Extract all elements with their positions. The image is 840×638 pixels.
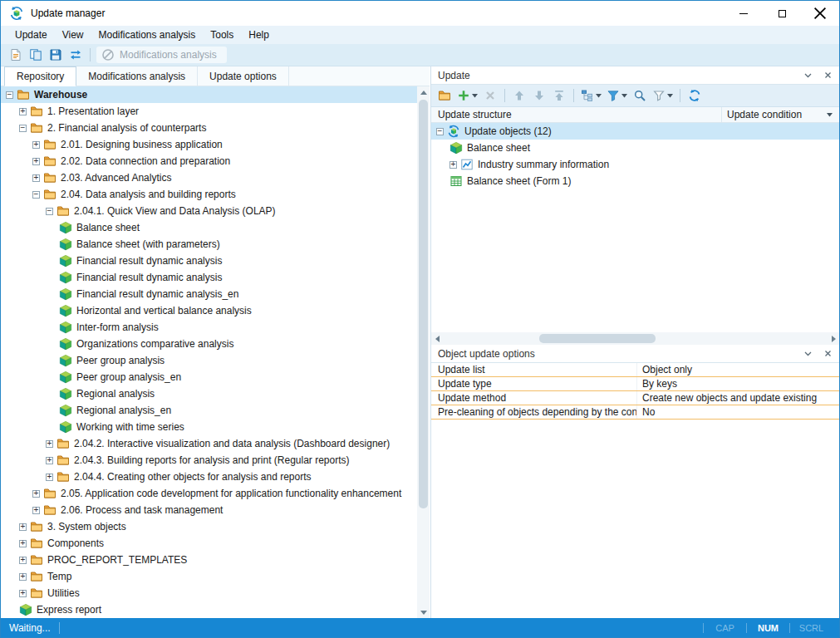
panel-close-icon[interactable]: [823, 71, 833, 81]
condition-dropdown-caret-icon[interactable]: [824, 110, 834, 120]
tree-item[interactable]: Financial result dynamic analysis: [1, 269, 417, 286]
tree-item[interactable]: Peer group analysis: [1, 352, 417, 369]
scroll-right-icon[interactable]: [828, 332, 839, 345]
delete-button[interactable]: [480, 86, 500, 105]
expand-expander-icon[interactable]: +: [19, 573, 27, 581]
expand-expander-icon[interactable]: +: [19, 108, 27, 115]
expand-expander-icon[interactable]: +: [46, 440, 53, 448]
scrollbar-thumb[interactable]: [419, 100, 428, 508]
maximize-button[interactable]: [763, 1, 801, 26]
collapse-expander-icon[interactable]: −: [6, 91, 13, 99]
tree-item[interactable]: Regional analysis: [1, 385, 417, 402]
tree-item[interactable]: +2.01. Designing business application: [1, 136, 417, 153]
tree-item[interactable]: +Temp: [1, 568, 417, 585]
folder-button[interactable]: [435, 86, 454, 105]
property-value[interactable]: No: [637, 406, 839, 418]
expand-expander-icon[interactable]: +: [32, 158, 40, 165]
scroll-down-icon[interactable]: [417, 606, 430, 618]
tree-item[interactable]: Balance sheet: [431, 140, 839, 156]
update-condition-column[interactable]: Update condition: [721, 107, 839, 122]
filter-button[interactable]: [650, 86, 675, 105]
tree-item[interactable]: Organizations comparative analysis: [1, 336, 417, 352]
chevron-down-icon[interactable]: [803, 349, 813, 359]
move-down-button[interactable]: [529, 86, 549, 105]
collapse-expander-icon[interactable]: −: [436, 128, 444, 135]
menu-item-view[interactable]: View: [55, 27, 91, 43]
tree-item[interactable]: +2.06. Process and task management: [1, 502, 417, 518]
vertical-scrollbar[interactable]: [417, 86, 430, 618]
tree-item[interactable]: +2.04.3. Building reports for analysis a…: [1, 452, 417, 469]
tab-update-options[interactable]: Update options: [198, 66, 289, 86]
collapse-expander-icon[interactable]: −: [46, 208, 53, 215]
filter-filled-button[interactable]: [604, 86, 630, 105]
tree-item[interactable]: +2.04.2. Interactive visualization and d…: [1, 435, 417, 452]
tab-modifications-analysis[interactable]: Modifications analysis: [76, 66, 198, 86]
sync-button[interactable]: [66, 46, 86, 64]
tree-item[interactable]: −Warehouse: [1, 86, 417, 103]
tree-item[interactable]: Balance sheet: [1, 219, 417, 236]
menu-item-modifications-analysis[interactable]: Modifications analysis: [91, 27, 204, 43]
property-value[interactable]: By keys: [637, 378, 839, 390]
expand-expander-icon[interactable]: +: [32, 507, 40, 514]
property-value[interactable]: Object only: [637, 364, 839, 375]
tree-item[interactable]: +2.03. Advanced Analytics: [1, 169, 417, 186]
tree-item[interactable]: Balance sheet (with parameters): [1, 236, 417, 253]
tree-item[interactable]: +Industry summary information: [431, 156, 839, 173]
collapse-expander-icon[interactable]: −: [19, 125, 27, 132]
tree-item[interactable]: Balance sheet (Form 1): [431, 173, 839, 189]
expand-expander-icon[interactable]: +: [19, 557, 27, 564]
save-button[interactable]: [46, 46, 66, 64]
scroll-left-icon[interactable]: [431, 332, 443, 345]
expand-expander-icon[interactable]: +: [19, 540, 27, 547]
tree-item[interactable]: +Utilities: [1, 585, 417, 601]
tree-item[interactable]: Horizontal and vertical balance analysis: [1, 302, 417, 319]
tree-item[interactable]: +PROC_REPORT_TEMPLATES: [1, 552, 417, 568]
expand-expander-icon[interactable]: +: [19, 523, 27, 531]
scrollbar-thumb[interactable]: [539, 334, 656, 343]
tree-item[interactable]: +2.04.4. Creating other objects for anal…: [1, 469, 417, 485]
menu-item-update[interactable]: Update: [7, 27, 55, 43]
horizontal-scrollbar[interactable]: [431, 332, 839, 345]
tree-item[interactable]: −2.04. Data analysis and building report…: [1, 186, 417, 203]
expand-expander-icon[interactable]: +: [32, 174, 40, 182]
tree-item[interactable]: Inter-form analysis: [1, 319, 417, 336]
tree-item[interactable]: +2.05. Application code development for …: [1, 485, 417, 502]
tree-item[interactable]: Financial result dynamic analysis_en: [1, 286, 417, 302]
tab-repository[interactable]: Repository: [4, 66, 76, 86]
tree-item[interactable]: +1. Presentation layer: [1, 103, 417, 120]
menu-item-tools[interactable]: Tools: [203, 27, 241, 43]
tree-item[interactable]: Financial result dynamic analysis: [1, 253, 417, 269]
close-button[interactable]: [801, 1, 839, 26]
tree-item[interactable]: +Components: [1, 535, 417, 552]
collapse-expander-icon[interactable]: −: [32, 191, 40, 199]
add-button[interactable]: [454, 86, 480, 105]
expand-expander-icon[interactable]: +: [449, 161, 457, 169]
tree-item[interactable]: Regional analysis_en: [1, 402, 417, 419]
move-up-button[interactable]: [509, 86, 529, 105]
search-button[interactable]: [630, 86, 650, 105]
chevron-down-icon[interactable]: [803, 71, 813, 81]
tree-item[interactable]: −2.04.1. Quick View and Data Analysis (O…: [1, 203, 417, 219]
tree-item[interactable]: −2. Financial analysis of counterparts: [1, 120, 417, 136]
tree-item[interactable]: Working with time series: [1, 419, 417, 435]
tree-item[interactable]: Peer group analysis_en: [1, 369, 417, 385]
menu-item-help[interactable]: Help: [241, 27, 277, 43]
tree-item[interactable]: −Update objects (12): [431, 123, 839, 140]
scroll-up-icon[interactable]: [417, 86, 430, 98]
tree-item[interactable]: +2.02. Data connection and preparation: [1, 153, 417, 169]
expand-expander-icon[interactable]: +: [19, 590, 27, 597]
tree-view-button[interactable]: [578, 86, 604, 105]
tree-item[interactable]: +3. System objects: [1, 518, 417, 535]
property-value[interactable]: Create new objects and update existing: [637, 392, 839, 404]
panel-close-icon[interactable]: [823, 349, 833, 359]
tree-item[interactable]: Express report: [1, 601, 417, 618]
expand-expander-icon[interactable]: +: [46, 474, 53, 481]
expand-expander-icon[interactable]: +: [46, 457, 53, 464]
expand-expander-icon[interactable]: +: [32, 141, 40, 149]
refresh-button[interactable]: [685, 86, 705, 105]
minimize-button[interactable]: [725, 1, 763, 26]
new-document-button[interactable]: [6, 46, 26, 64]
expand-expander-icon[interactable]: +: [32, 490, 40, 498]
move-top-button[interactable]: [549, 86, 569, 105]
copy-button[interactable]: [26, 46, 46, 64]
